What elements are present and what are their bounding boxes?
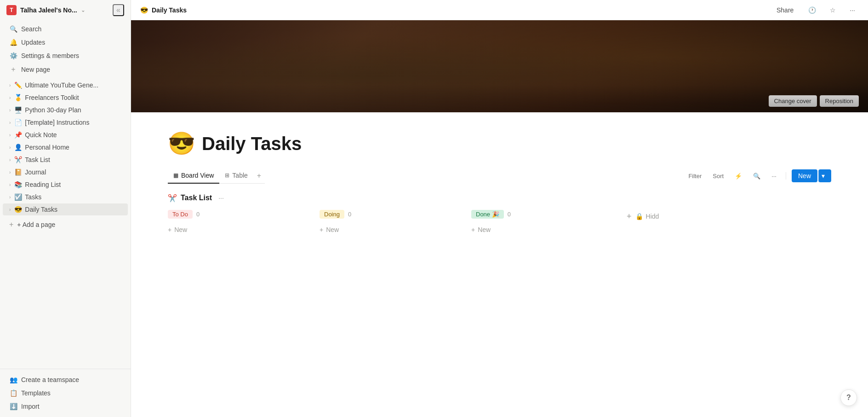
automation-button[interactable]: ⚡ [731,171,746,181]
sidebar-item-label: Templates [21,389,51,397]
page-content: 😎 Daily Tasks ▦ Board View ⊞ Table + Fil… [131,112,868,417]
topbar-title-area: 😎 Daily Tasks [140,6,187,14]
sidebar-item-settings[interactable]: ⚙️ Settings & members [3,49,128,62]
sidebar-item-create-teamspace[interactable]: 👥 Create a teamspace [3,373,128,386]
sidebar-page-journal[interactable]: › 📔 Journal [3,166,128,178]
chevron-icon: › [9,157,11,162]
add-card-todo-button[interactable]: + New [168,223,187,236]
sidebar-page-python[interactable]: › 🖥️ Python 30-day Plan [3,104,128,116]
topbar-page-emoji: 😎 [140,6,148,14]
workspace-caret: ⌄ [81,7,85,13]
search-board-button[interactable]: 🔍 [749,171,764,181]
tab-board-view[interactable]: ▦ Board View [168,168,219,184]
add-icon: + [320,226,323,233]
page-label: [Template] Instructions [25,119,89,126]
add-card-label: New [478,226,491,233]
page-icon: ✂️ [14,156,22,163]
sidebar-page-personal-home[interactable]: › 👤 Personal Home [3,141,128,153]
page-label: Freelancers Toolkit [25,94,79,101]
share-button[interactable]: Share [772,5,798,16]
page-label: Tasks [25,193,41,201]
group-more-button[interactable]: ··· [216,193,227,203]
column-tag-doing: Doing [320,210,344,219]
divider [786,172,786,180]
star-icon: ☆ [830,6,836,14]
page-label: Quick Note [25,131,57,139]
hide-columns-indicator[interactable]: 🔒 Hidd [635,210,659,220]
chevron-icon: › [9,195,11,200]
new-page-icon: + [9,65,17,74]
add-card-label: New [174,226,187,233]
sidebar-page-freelancers[interactable]: › 🥇 Freelancers Toolkit [3,92,128,104]
board-section: ✂️ Task List ··· To Do 0 + New [168,186,831,243]
sidebar-nav-section: 🔍 Search 🔔 Updates ⚙️ Settings & members… [0,22,131,77]
more-options-button[interactable]: ··· [846,5,859,16]
sidebar-item-templates[interactable]: 📋 Templates [3,387,128,400]
sidebar-page-youtube[interactable]: › ✏️ Ultimate YouTube Gene... [3,79,128,91]
lightning-icon: ⚡ [735,173,742,180]
page-icon: 📚 [14,181,22,188]
templates-icon: 📋 [9,389,17,397]
workspace-avatar: T [6,5,17,15]
sidebar-item-new-page[interactable]: + New page [3,63,128,76]
topbar-actions: Share 🕐 ☆ ··· [772,5,859,16]
teamspace-icon: 👥 [9,376,17,383]
sidebar-page-template[interactable]: › 📄 [Template] Instructions [3,116,128,128]
page-emoji: 😎 [168,131,195,156]
history-button[interactable]: 🕐 [805,5,820,16]
sidebar-item-label: Create a teamspace [21,376,79,383]
tabs-and-controls-row: ▦ Board View ⊞ Table + Filter Sort ⚡ 🔍 [168,166,831,186]
new-button[interactable]: New [792,169,817,182]
board-column-done: Done 🎉 0 + New [471,210,623,236]
lock-icon: 🔒 [635,213,643,220]
board-group-title: ✂️ Task List ··· [168,193,831,203]
add-column-button[interactable]: + [623,210,635,221]
column-tag-todo: To Do [168,210,193,219]
sidebar-page-reading-list[interactable]: › 📚 Reading List [3,179,128,191]
tab-label: Table [232,172,247,179]
tab-table-view[interactable]: ⊞ Table [219,168,253,184]
sidebar-page-task-list[interactable]: › ✂️ Task List [3,154,128,166]
chevron-icon: › [9,133,11,138]
add-card-doing-button[interactable]: + New [320,223,339,236]
page-label: Ultimate YouTube Gene... [25,81,98,89]
sidebar-bottom: 👥 Create a teamspace 📋 Templates ⬇️ Impo… [0,369,131,417]
sort-button[interactable]: Sort [709,171,727,181]
page-icon: ☑️ [14,193,22,201]
page-icon: ✏️ [14,81,22,89]
search-icon: 🔍 [753,173,760,180]
cover-image: Change cover Reposition [131,20,868,112]
workspace-name[interactable]: T Talha Jaleel's No... ⌄ [6,5,85,15]
add-icon: + [9,220,13,229]
new-dropdown-button[interactable]: ▾ [818,169,831,182]
sidebar-page-quick-note[interactable]: › 📌 Quick Note [3,129,128,141]
filter-button[interactable]: Filter [685,171,705,181]
topbar: 😎 Daily Tasks Share 🕐 ☆ ··· [131,0,868,20]
sidebar: T Talha Jaleel's No... ⌄ « 🔍 Search 🔔 Up… [0,0,131,417]
column-count-done: 0 [508,211,511,218]
view-tabs: ▦ Board View ⊞ Table + [168,168,265,184]
sidebar-item-search[interactable]: 🔍 Search [3,23,128,35]
add-card-done-button[interactable]: + New [471,223,491,236]
topbar-page-title: Daily Tasks [152,6,187,14]
add-page-button[interactable]: + + Add a page [3,218,128,232]
sidebar-page-tasks[interactable]: › ☑️ Tasks [3,191,128,203]
favorite-button[interactable]: ☆ [826,5,839,16]
sidebar-collapse-button[interactable]: « [113,4,124,16]
sidebar-page-daily-tasks[interactable]: › 😎 Daily Tasks [3,203,128,215]
cover-buttons: Change cover Reposition [769,95,859,107]
page-icon: 🥇 [14,94,22,101]
help-button[interactable]: ? [840,389,857,406]
add-icon: + [168,226,171,233]
add-view-button[interactable]: + [253,170,265,182]
sidebar-item-import[interactable]: ⬇️ Import [3,400,128,413]
column-header-doing: Doing 0 [320,210,462,219]
page-icon: 📄 [14,119,22,126]
view-controls: Filter Sort ⚡ 🔍 ··· New ▾ [685,166,831,186]
change-cover-button[interactable]: Change cover [769,95,817,107]
board-columns: To Do 0 + New Doing 0 + [168,210,831,236]
page-icon: 📌 [14,131,22,139]
more-board-options-button[interactable]: ··· [768,171,780,181]
reposition-button[interactable]: Reposition [820,95,859,107]
sidebar-item-updates[interactable]: 🔔 Updates [3,36,128,49]
